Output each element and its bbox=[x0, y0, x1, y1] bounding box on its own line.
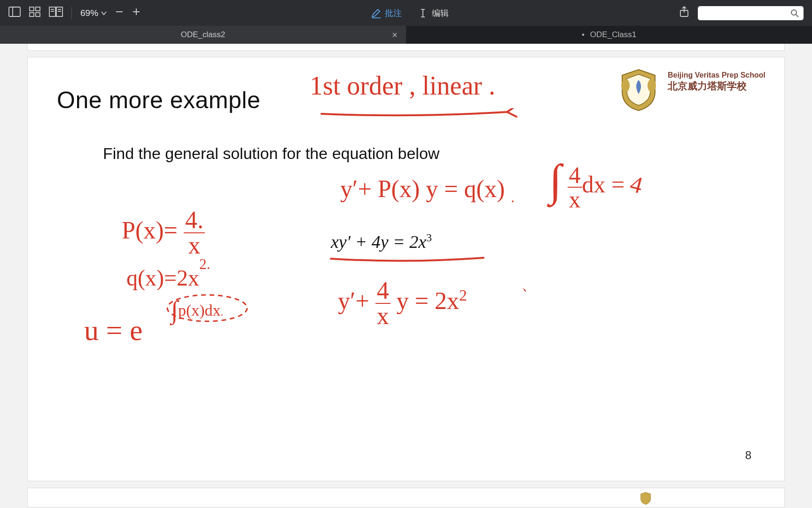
edit-label: 编辑 bbox=[432, 8, 449, 19]
slide-subtitle: Find the general solution for the equati… bbox=[103, 144, 439, 163]
tab-bar: ODE_class2 × • ODE_Class1 bbox=[0, 26, 812, 44]
annotation-q-def: q(x)=2x2. bbox=[126, 264, 210, 291]
annotation-underline-2 bbox=[328, 255, 493, 264]
previous-page-edge bbox=[27, 44, 785, 51]
school-name-en: Beijing Veritas Prep School bbox=[668, 71, 765, 80]
annotate-label: 批注 bbox=[385, 8, 402, 19]
annotate-tool[interactable]: 批注 bbox=[371, 8, 402, 19]
svg-rect-2 bbox=[30, 7, 34, 11]
search-icon bbox=[790, 9, 799, 17]
zoom-in-button[interactable] bbox=[132, 8, 141, 18]
document-viewer[interactable]: One more example Find the general soluti… bbox=[0, 44, 812, 508]
annotation-underline-1 bbox=[319, 108, 521, 122]
next-page-edge bbox=[27, 488, 785, 508]
annotation-standard-form: y′+ P(x) y = q(x) . bbox=[340, 175, 515, 206]
tab-label: ODE_Class1 bbox=[590, 30, 636, 40]
facing-pages-icon[interactable] bbox=[49, 7, 63, 19]
annotation-integral: ∫ 4xdx = 4 bbox=[549, 151, 642, 211]
slide-equation: xy′ + 4y = 2x3 bbox=[331, 231, 432, 252]
annotation-header: 1st order , linear . bbox=[310, 71, 495, 101]
annotation-p-def: P(x)= 4.x bbox=[122, 208, 205, 258]
annotation-divided-form: y′+ 4x y = 2x2 bbox=[338, 278, 467, 328]
page-number: 8 bbox=[745, 449, 751, 462]
svg-point-19 bbox=[791, 10, 796, 15]
svg-point-23 bbox=[167, 295, 247, 321]
zoom-out-button[interactable] bbox=[115, 8, 124, 18]
svg-rect-0 bbox=[9, 7, 20, 16]
zoom-value: 69% bbox=[80, 8, 98, 18]
page: One more example Find the general soluti… bbox=[27, 57, 785, 481]
thumbnails-icon[interactable] bbox=[29, 7, 40, 19]
annotation-u-def: u = e bbox=[84, 314, 142, 347]
tab-ode-class1[interactable]: • ODE_Class1 bbox=[406, 26, 812, 44]
annotation-dashed-circle bbox=[164, 292, 253, 325]
svg-rect-7 bbox=[56, 7, 62, 16]
toolbar-divider bbox=[71, 7, 72, 19]
annotation-tick: 、 bbox=[521, 274, 537, 295]
school-name: Beijing Veritas Prep School 北京威力塔斯学校 bbox=[668, 71, 765, 92]
sidebar-toggle-icon[interactable] bbox=[8, 7, 21, 19]
tab-label: ODE_class2 bbox=[181, 30, 225, 40]
svg-rect-5 bbox=[36, 13, 40, 16]
tab-ode-class2[interactable]: ODE_class2 × bbox=[0, 26, 406, 44]
close-tab-icon[interactable]: × bbox=[392, 30, 398, 40]
chevron-down-icon bbox=[101, 11, 107, 16]
zoom-dropdown[interactable]: 69% bbox=[80, 8, 107, 18]
svg-rect-4 bbox=[30, 13, 34, 16]
tab-modified-dot: • bbox=[582, 30, 585, 40]
share-icon[interactable] bbox=[679, 6, 689, 20]
text-cursor-icon bbox=[418, 8, 428, 18]
svg-point-21 bbox=[621, 79, 630, 92]
pencil-icon bbox=[371, 8, 381, 18]
svg-rect-3 bbox=[36, 7, 40, 11]
svg-line-20 bbox=[796, 15, 798, 17]
toolbar: 69% 批注 编辑 bbox=[0, 0, 812, 26]
search-input[interactable] bbox=[698, 6, 804, 20]
svg-point-22 bbox=[648, 79, 656, 92]
school-logo bbox=[615, 66, 662, 113]
school-name-cn: 北京威力塔斯学校 bbox=[668, 80, 765, 92]
slide-title: One more example bbox=[57, 87, 260, 114]
next-page-logo bbox=[629, 491, 662, 505]
edit-tool[interactable]: 编辑 bbox=[418, 8, 449, 19]
svg-rect-6 bbox=[49, 7, 55, 16]
